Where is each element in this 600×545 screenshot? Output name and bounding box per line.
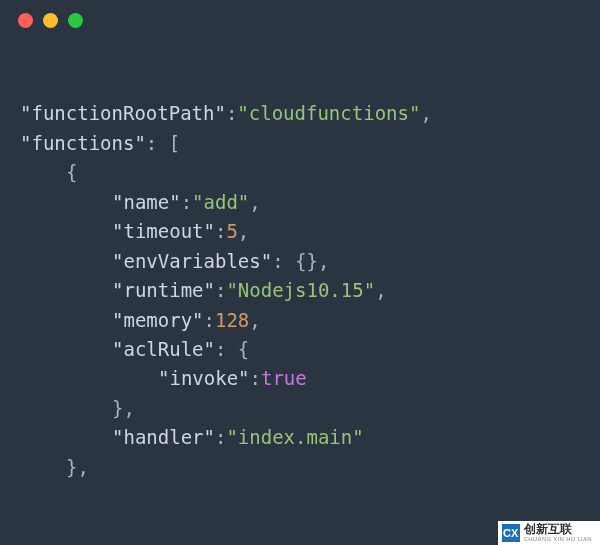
val-runtime: "Nodejs10.15" bbox=[226, 279, 375, 301]
val-envVariables: {} bbox=[295, 250, 318, 272]
val-invoke: true bbox=[261, 367, 307, 389]
zoom-icon[interactable] bbox=[68, 13, 83, 28]
key-functionRootPath: "functionRootPath" bbox=[20, 102, 226, 124]
watermark-logo: CX bbox=[502, 524, 520, 542]
watermark-text: 创新互联 CHUANG XIN HU LIAN bbox=[524, 523, 592, 543]
code-block: "functionRootPath":"cloudfunctions", "fu… bbox=[0, 40, 600, 482]
close-icon[interactable] bbox=[18, 13, 33, 28]
minimize-icon[interactable] bbox=[43, 13, 58, 28]
key-invoke: "invoke" bbox=[158, 367, 250, 389]
val-memory: 128 bbox=[215, 309, 249, 331]
val-functionRootPath: "cloudfunctions" bbox=[237, 102, 420, 124]
key-handler: "handler" bbox=[112, 426, 215, 448]
key-functions: "functions" bbox=[20, 132, 146, 154]
key-memory: "memory" bbox=[112, 309, 204, 331]
val-handler: "index.main" bbox=[226, 426, 363, 448]
val-name: "add" bbox=[192, 191, 249, 213]
key-runtime: "runtime" bbox=[112, 279, 215, 301]
watermark: CX 创新互联 CHUANG XIN HU LIAN bbox=[498, 521, 600, 545]
key-envVariables: "envVariables" bbox=[112, 250, 272, 272]
val-timeout: 5 bbox=[226, 220, 237, 242]
key-timeout: "timeout" bbox=[112, 220, 215, 242]
key-name: "name" bbox=[112, 191, 181, 213]
window-titlebar bbox=[0, 0, 600, 40]
key-aclRule: "aclRule" bbox=[112, 338, 215, 360]
